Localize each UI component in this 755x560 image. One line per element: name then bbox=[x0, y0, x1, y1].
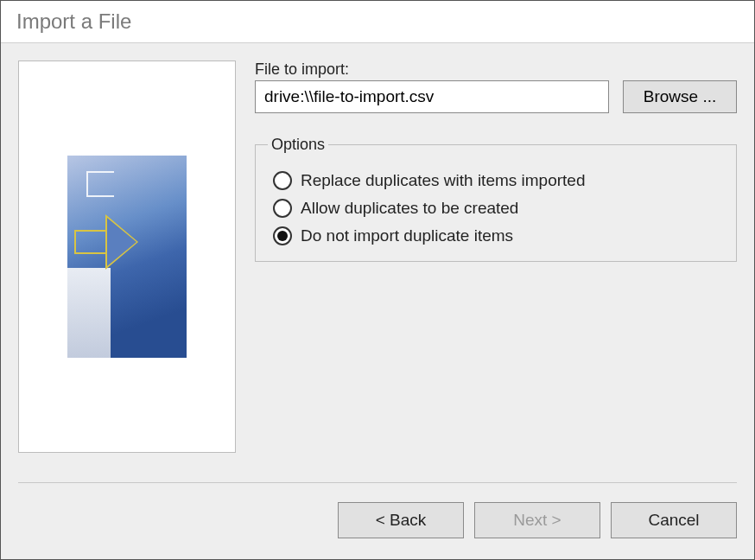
radio-icon bbox=[273, 226, 292, 245]
cancel-button[interactable]: Cancel bbox=[611, 502, 737, 538]
file-row: Browse ... bbox=[255, 80, 737, 113]
arrow-outline-icon bbox=[86, 161, 143, 204]
options-group: Options Replace duplicates with items im… bbox=[255, 136, 737, 262]
content-row: File to import: Browse ... Options Repla… bbox=[18, 60, 737, 453]
back-button[interactable]: < Back bbox=[338, 502, 464, 538]
option-label: Replace duplicates with items imported bbox=[301, 171, 586, 190]
option-allow-duplicates[interactable]: Allow duplicates to be created bbox=[273, 199, 724, 218]
file-to-import-label: File to import: bbox=[255, 60, 737, 79]
wizard-footer: < Back Next > Cancel bbox=[338, 502, 737, 538]
options-legend: Options bbox=[268, 136, 328, 154]
footer-separator bbox=[18, 482, 737, 483]
option-replace-duplicates[interactable]: Replace duplicates with items imported bbox=[273, 171, 724, 190]
dialog-title: Import a File bbox=[1, 1, 754, 43]
import-file-dialog: Import a File File to import: Browse ... bbox=[0, 0, 755, 560]
option-label: Allow duplicates to be created bbox=[301, 199, 518, 218]
option-do-not-import-duplicates[interactable]: Do not import duplicate items bbox=[273, 226, 724, 245]
wizard-graphic-frame bbox=[18, 60, 236, 453]
arrow-yellow-icon bbox=[74, 216, 143, 268]
wizard-graphic bbox=[67, 156, 187, 358]
file-path-input[interactable] bbox=[255, 80, 609, 113]
browse-button[interactable]: Browse ... bbox=[623, 80, 737, 113]
radio-icon bbox=[273, 199, 292, 218]
dialog-body: File to import: Browse ... Options Repla… bbox=[1, 43, 754, 559]
radio-icon bbox=[273, 171, 292, 190]
form-column: File to import: Browse ... Options Repla… bbox=[255, 60, 737, 453]
next-button[interactable]: Next > bbox=[474, 502, 600, 538]
option-label: Do not import duplicate items bbox=[301, 226, 513, 245]
